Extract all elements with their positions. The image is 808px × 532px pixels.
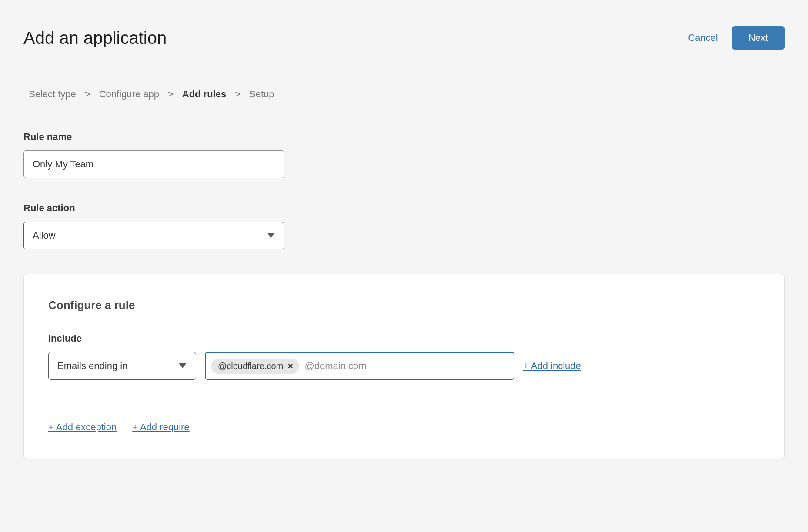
breadcrumb-setup[interactable]: Setup	[249, 89, 274, 100]
rule-name-label: Rule name	[23, 131, 785, 143]
breadcrumb-add-rules[interactable]: Add rules	[182, 89, 226, 100]
next-button[interactable]: Next	[732, 26, 785, 50]
page-title: Add an application	[23, 28, 167, 48]
configure-rule-title: Configure a rule	[48, 299, 760, 312]
include-label: Include	[48, 333, 760, 344]
chevron-right-icon: >	[235, 89, 240, 100]
include-entry-input[interactable]	[304, 353, 508, 379]
rule-action-select[interactable]: Allow	[23, 222, 284, 249]
chevron-right-icon: >	[85, 89, 90, 100]
rule-extra-actions: + Add exception + Add require	[48, 422, 760, 433]
include-selector-value: Emails ending in	[48, 352, 196, 380]
chip-text: @cloudflare.com	[218, 361, 283, 371]
add-include-button[interactable]: + Add include	[523, 360, 581, 372]
rule-name-field: Rule name	[23, 131, 785, 178]
close-icon[interactable]: ✕	[287, 362, 293, 370]
breadcrumb-configure-app[interactable]: Configure app	[99, 89, 159, 100]
breadcrumb-select-type[interactable]: Select type	[29, 89, 76, 100]
rule-name-input[interactable]	[23, 150, 284, 178]
include-value-input[interactable]: @cloudflare.com ✕	[205, 352, 514, 380]
include-selector[interactable]: Emails ending in	[48, 352, 196, 380]
rule-action-label: Rule action	[23, 203, 785, 214]
include-row: Emails ending in @cloudflare.com ✕ + Add…	[48, 352, 760, 380]
page-header: Add an application Cancel Next	[23, 26, 785, 50]
add-exception-button[interactable]: + Add exception	[48, 422, 117, 433]
rule-action-field: Rule action Allow	[23, 203, 785, 249]
rule-action-value: Allow	[23, 222, 284, 249]
header-actions: Cancel Next	[688, 26, 785, 50]
cancel-button[interactable]: Cancel	[688, 32, 718, 43]
chevron-right-icon: >	[168, 89, 174, 100]
breadcrumb: Select type > Configure app > Add rules …	[29, 89, 785, 100]
add-require-button[interactable]: + Add require	[132, 422, 189, 433]
email-domain-chip: @cloudflare.com ✕	[211, 359, 299, 374]
configure-rule-card: Configure a rule Include Emails ending i…	[23, 274, 785, 459]
